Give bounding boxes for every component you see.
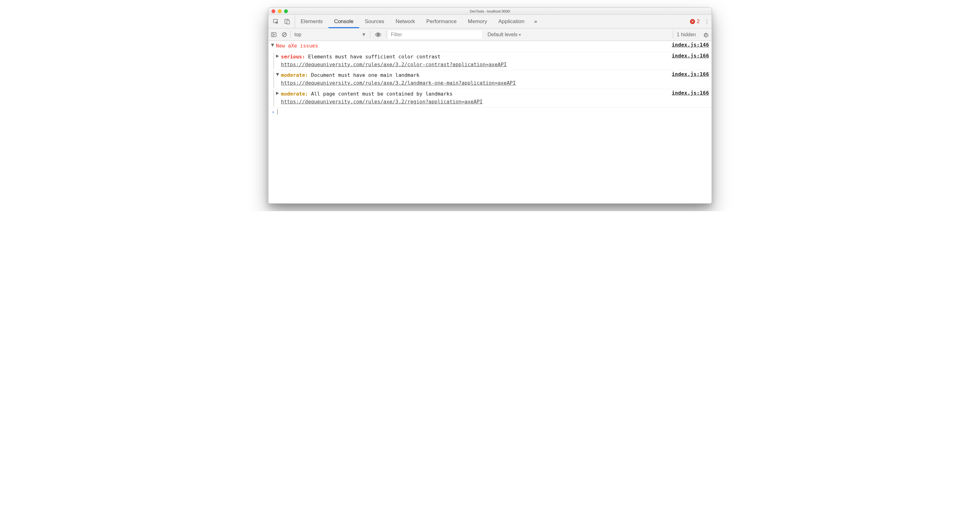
console-message: ▼moderate: Document must have one main l… <box>269 70 711 89</box>
console-message: ▶serious: Elements must have sufficient … <box>269 52 711 71</box>
tree-indent <box>274 53 274 69</box>
context-selector[interactable]: top ▼ <box>291 32 369 38</box>
disclosure-triangle-icon[interactable]: ▶ <box>275 53 280 59</box>
error-icon: ✕ <box>690 19 695 24</box>
device-toolbar-icon[interactable] <box>282 15 293 28</box>
context-label: top <box>294 32 301 38</box>
svg-rect-2 <box>287 20 290 24</box>
rule-url-link[interactable]: https://dequeuniversity.com/rules/axe/3.… <box>281 99 482 105</box>
tab-performance[interactable]: Performance <box>421 15 462 28</box>
svg-point-5 <box>377 34 379 35</box>
console-prompt[interactable]: › <box>269 108 711 116</box>
console-group-header[interactable]: ▼ New aXe issues index.js:146 <box>269 41 711 52</box>
disclosure-triangle-icon[interactable]: ▼ <box>275 71 280 78</box>
inspect-tools <box>269 15 295 28</box>
kebab-menu-icon[interactable]: ⋮ <box>702 18 711 25</box>
source-link[interactable]: index.js:146 <box>672 42 709 48</box>
console-toolbar: top ▼ Default levels 1 hidden <box>269 29 711 41</box>
toggle-sidebar-icon[interactable] <box>269 29 279 41</box>
devtools-window: DevTools - localhost:3000/ ElementsConso… <box>268 8 712 203</box>
console-message: ▶moderate: All page content must be cont… <box>269 89 711 108</box>
window-title: DevTools - localhost:3000/ <box>269 10 711 13</box>
group-title: New aXe issues <box>276 42 671 51</box>
severity-label: moderate: <box>281 91 308 97</box>
source-link[interactable]: index.js:166 <box>672 53 709 59</box>
log-levels-selector[interactable]: Default levels <box>483 32 525 38</box>
tree-indent <box>274 90 274 106</box>
zoom-window-button[interactable] <box>284 10 288 13</box>
message-text: moderate: All page content must be conta… <box>281 90 671 106</box>
tree-indent <box>274 71 274 88</box>
message-text: moderate: Document must have one main la… <box>281 71 671 88</box>
disclosure-triangle-icon[interactable]: ▼ <box>270 42 275 48</box>
filter-input[interactable] <box>388 30 482 39</box>
tab-network[interactable]: Network <box>390 15 421 28</box>
window-titlebar: DevTools - localhost:3000/ <box>269 8 711 15</box>
clear-console-icon[interactable] <box>279 29 290 41</box>
minimize-window-button[interactable] <box>278 10 282 13</box>
tab-elements[interactable]: Elements <box>295 15 328 28</box>
message-text: serious: Elements must have sufficient c… <box>281 53 671 69</box>
console-settings-icon[interactable] <box>699 32 711 38</box>
inspect-element-icon[interactable] <box>270 15 282 28</box>
tab-memory[interactable]: Memory <box>462 15 493 28</box>
tab-application[interactable]: Application <box>493 15 530 28</box>
window-controls <box>269 10 288 13</box>
error-count: 2 <box>697 18 700 25</box>
panel-tabs: ElementsConsoleSourcesNetworkPerformance… <box>269 15 711 29</box>
live-expression-icon[interactable] <box>371 31 385 38</box>
hidden-count: 1 hidden <box>674 32 699 38</box>
chevron-down-icon: ▼ <box>361 32 366 38</box>
rule-url-link[interactable]: https://dequeuniversity.com/rules/axe/3.… <box>281 80 515 86</box>
severity-label: serious: <box>281 54 305 60</box>
close-window-button[interactable] <box>272 10 275 13</box>
disclosure-triangle-icon[interactable]: ▶ <box>275 90 280 96</box>
source-link[interactable]: index.js:166 <box>672 90 709 96</box>
source-link[interactable]: index.js:166 <box>672 71 709 77</box>
error-indicator[interactable]: ✕ 2 <box>687 18 702 25</box>
rule-url-link[interactable]: https://dequeuniversity.com/rules/axe/3.… <box>281 62 507 67</box>
tab-sources[interactable]: Sources <box>359 15 390 28</box>
tab-console[interactable]: Console <box>328 15 359 28</box>
more-tabs-icon[interactable]: » <box>530 15 541 28</box>
prompt-chevron-icon: › <box>272 109 275 115</box>
console-output: ▼ New aXe issues index.js:146 ▶serious: … <box>269 41 711 203</box>
severity-label: moderate: <box>281 72 308 78</box>
